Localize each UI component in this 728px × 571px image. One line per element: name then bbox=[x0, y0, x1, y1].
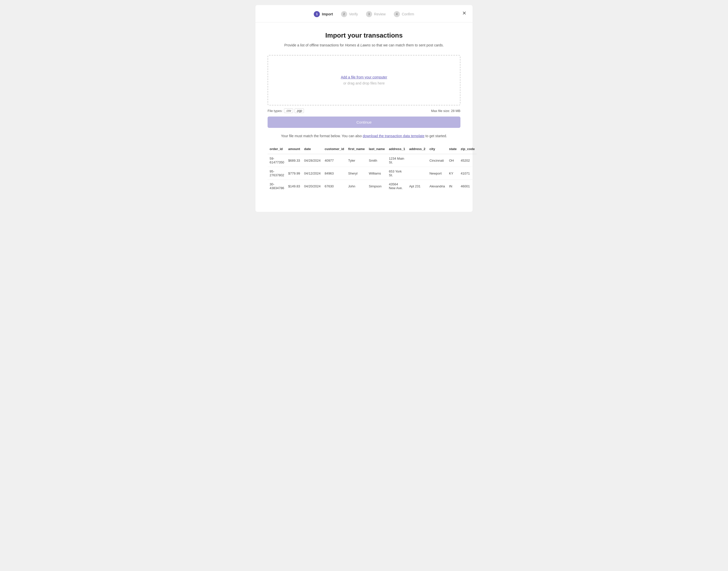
table-cell: Sheryl bbox=[346, 167, 367, 180]
step-confirm: 4 Confirm bbox=[394, 11, 414, 17]
table-cell: 59-61477350 bbox=[268, 154, 286, 167]
page-title: Import your transactions bbox=[268, 31, 460, 39]
table-cell: Tyler bbox=[346, 154, 367, 167]
table-cell: 41071 bbox=[459, 167, 477, 180]
step-4-circle: 4 bbox=[394, 11, 400, 17]
table-cell: 653 York St. bbox=[387, 167, 407, 180]
file-info-row: File types: .csv .pgp Max file size: 28 … bbox=[268, 108, 460, 113]
step-3-circle: 3 bbox=[366, 11, 372, 17]
table-row: 30-43834786$149.8304/20/202467630JohnSim… bbox=[268, 180, 477, 193]
table-cell: 04/20/2024 bbox=[302, 180, 323, 193]
table-cell: Cincinnati bbox=[427, 154, 447, 167]
table-header: order_idamountdatecustomer_idfirst_namel… bbox=[268, 145, 477, 154]
table-col-address_1: address_1 bbox=[387, 145, 407, 154]
drop-zone[interactable]: Add a file from your computer or drag an… bbox=[268, 55, 460, 105]
table-cell: 46001 bbox=[459, 180, 477, 193]
step-review: 3 Review bbox=[366, 11, 386, 17]
table-col-last_name: last_name bbox=[367, 145, 387, 154]
table-col-amount: amount bbox=[286, 145, 302, 154]
table-cell bbox=[407, 167, 427, 180]
subtitle-before: Provide a list of offline transactions f… bbox=[284, 43, 345, 47]
file-types-label: File types: bbox=[268, 109, 282, 113]
format-note: Your file must match the format below. Y… bbox=[268, 134, 460, 138]
table-cell: 45202 bbox=[459, 154, 477, 167]
max-file-size: Max file size: 28 MB bbox=[431, 109, 460, 113]
step-4-label: Confirm bbox=[402, 12, 414, 16]
table-col-zip_code: zip_code bbox=[459, 145, 477, 154]
table-cell: 43564 New Ave. bbox=[387, 180, 407, 193]
step-1-circle: 1 bbox=[314, 11, 320, 17]
table-cell: Newport bbox=[427, 167, 447, 180]
table-cell: IN bbox=[447, 180, 459, 193]
file-type-pgp: .pgp bbox=[295, 108, 304, 113]
table-col-customer_id: customer_id bbox=[323, 145, 346, 154]
subtitle-brand: Homes & Lawns bbox=[345, 43, 371, 47]
import-modal: 1 Import 2 Verify 3 Review 4 Confirm ✕ I… bbox=[256, 5, 472, 212]
table-cell: 84963 bbox=[323, 167, 346, 180]
table-cell: KY bbox=[447, 167, 459, 180]
table-col-address_2: address_2 bbox=[407, 145, 427, 154]
table-cell bbox=[407, 154, 427, 167]
table-header-row: order_idamountdatecustomer_idfirst_namel… bbox=[268, 145, 477, 154]
format-note-after: to get started. bbox=[425, 134, 447, 138]
table-cell: $149.83 bbox=[286, 180, 302, 193]
table-col-order_id: order_id bbox=[268, 145, 286, 154]
close-button[interactable]: ✕ bbox=[462, 11, 466, 16]
table-col-first_name: first_name bbox=[346, 145, 367, 154]
stepper: 1 Import 2 Verify 3 Review 4 Confirm bbox=[256, 5, 472, 22]
table-cell: 95-27637802 bbox=[268, 167, 286, 180]
table-cell: 04/12/2024 bbox=[302, 167, 323, 180]
table-cell: 30-43834786 bbox=[268, 180, 286, 193]
table-cell: 67630 bbox=[323, 180, 346, 193]
table-cell: John bbox=[346, 180, 367, 193]
table-row: 95-27637802$779.9904/12/202484963SherylW… bbox=[268, 167, 477, 180]
step-2-label: Verify bbox=[349, 12, 358, 16]
table-cell: Alexandria bbox=[427, 180, 447, 193]
table-cell: Williams bbox=[367, 167, 387, 180]
add-file-link[interactable]: Add a file from your computer bbox=[341, 75, 387, 79]
step-2-circle: 2 bbox=[341, 11, 347, 17]
table-cell: Simpson bbox=[367, 180, 387, 193]
table-cell: Smith bbox=[367, 154, 387, 167]
table-col-city: city bbox=[427, 145, 447, 154]
main-content: Import your transactions Provide a list … bbox=[256, 22, 472, 193]
table-cell: $779.99 bbox=[286, 167, 302, 180]
table-col-date: date bbox=[302, 145, 323, 154]
format-note-before: Your file must match the format below. Y… bbox=[281, 134, 362, 138]
step-1-label: Import bbox=[322, 12, 333, 16]
subtitle-after: so that we can match them to sent post c… bbox=[371, 43, 444, 47]
file-type-csv: .csv bbox=[284, 108, 293, 113]
table-col-state: state bbox=[447, 145, 459, 154]
download-template-link[interactable]: download the transaction data template bbox=[363, 134, 424, 138]
drag-drop-text: or drag and drop files here bbox=[343, 81, 385, 85]
table-cell: 1234 Main St. bbox=[387, 154, 407, 167]
table-cell: 40977 bbox=[323, 154, 346, 167]
continue-button[interactable]: Continue bbox=[268, 117, 460, 128]
step-3-label: Review bbox=[374, 12, 386, 16]
table-cell: Apt 231 bbox=[407, 180, 427, 193]
data-table: order_idamountdatecustomer_idfirst_namel… bbox=[268, 145, 477, 193]
step-import: 1 Import bbox=[314, 11, 333, 17]
table-body: 59-61477350$689.3304/28/202440977TylerSm… bbox=[268, 154, 477, 193]
table-row: 59-61477350$689.3304/28/202440977TylerSm… bbox=[268, 154, 477, 167]
table-cell: OH bbox=[447, 154, 459, 167]
table-cell: 04/28/2024 bbox=[302, 154, 323, 167]
step-verify: 2 Verify bbox=[341, 11, 358, 17]
file-types: File types: .csv .pgp bbox=[268, 108, 304, 113]
table-cell: $689.33 bbox=[286, 154, 302, 167]
page-subtitle: Provide a list of offline transactions f… bbox=[268, 42, 460, 48]
